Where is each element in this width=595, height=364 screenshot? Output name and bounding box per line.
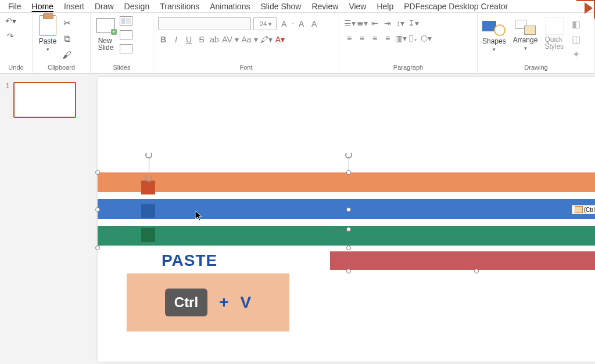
text-direction-button[interactable]: ↧▾ [408, 19, 418, 28]
selection-handle[interactable] [346, 246, 351, 250]
quick-styles-button[interactable]: Quick Styles [544, 17, 564, 50]
new-slide-label: New Slide [98, 37, 114, 51]
ctrl-key-icon: Ctrl [165, 289, 207, 316]
shape-fill-icon[interactable]: ◧ [571, 19, 581, 29]
slide[interactable]: (Ctrl)▾ PASTE Ctrl + V [98, 77, 595, 362]
workspace: 1 [0, 74, 595, 364]
align-center-button[interactable]: ≡ [357, 34, 367, 43]
svg-marker-0 [195, 211, 202, 221]
hint-card: Ctrl + V [127, 273, 289, 331]
shape-effects-icon[interactable]: ✦ [571, 49, 581, 59]
underline-button[interactable]: U [184, 35, 194, 44]
group-label-drawing: Drawing [482, 63, 590, 72]
font-size-select[interactable]: 24▾ [253, 17, 277, 30]
shapes-button[interactable]: Shapes▾ [482, 17, 506, 52]
excel-chip-icon [141, 228, 155, 242]
shape-bar-red[interactable] [330, 251, 595, 270]
redo-button[interactable]: ↷ [5, 30, 16, 42]
rotation-handle-icon[interactable] [145, 152, 152, 158]
clear-formatting-icon[interactable]: A [309, 19, 320, 28]
rotation-handle-icon[interactable] [145, 175, 152, 182]
numbering-button[interactable]: ≣▾ [357, 19, 367, 28]
shape-outline-icon[interactable]: ◫ [571, 34, 581, 44]
group-label-slides: Slides [95, 63, 148, 72]
move-cursor-icon [195, 211, 203, 221]
copy-icon[interactable]: ⧉ [62, 34, 72, 44]
selection-handle[interactable] [95, 207, 100, 212]
cut-icon[interactable]: ✂ [62, 17, 72, 28]
menu-design[interactable]: Design [124, 2, 150, 11]
quick-styles-icon [545, 17, 564, 35]
thumbnail-index: 1 [6, 82, 10, 356]
arrange-button[interactable]: Arrange▾ [513, 17, 538, 51]
decrease-font-icon[interactable]: A [296, 19, 307, 28]
paste-button[interactable]: Paste ▾ [37, 15, 58, 52]
columns-button[interactable]: ▥▾ [395, 34, 406, 43]
selection-handle[interactable] [95, 170, 100, 175]
v-key-icon: V [241, 293, 252, 312]
menu-help[interactable]: Help [377, 2, 393, 11]
strikethrough-button[interactable]: S [196, 35, 207, 44]
word-chip-icon [141, 204, 155, 218]
selection-handle[interactable] [346, 170, 351, 175]
change-case-button[interactable]: Aa [241, 35, 252, 44]
format-painter-icon[interactable]: 🖌 [62, 50, 72, 60]
menu-home[interactable]: Home [32, 2, 53, 11]
arrange-icon [515, 17, 536, 35]
char-spacing-button[interactable]: AV [222, 35, 232, 44]
slide-canvas-area[interactable]: (Ctrl)▾ PASTE Ctrl + V [92, 74, 595, 364]
slide-thumbnail-panel[interactable]: 1 [0, 74, 92, 364]
recording-indicator-icon [576, 0, 595, 19]
menu-bar: File Home Insert Draw Design Transitions… [0, 0, 595, 13]
slide-thumbnail[interactable] [13, 82, 76, 118]
ribbon: ↶▾ ↷ Undo Paste ▾ ✂ ⧉ 🖌 Clipboard New Sl… [0, 13, 595, 74]
clipboard-icon [39, 15, 56, 36]
selection-handle[interactable] [474, 269, 479, 273]
increase-font-icon[interactable]: A [279, 19, 289, 28]
bold-button[interactable]: B [158, 35, 169, 44]
shortcut-hint-overlay: PASTE Ctrl + V [127, 251, 289, 331]
italic-button[interactable]: I [171, 35, 181, 44]
menu-review[interactable]: Review [311, 2, 338, 11]
shape-bar-orange[interactable] [98, 172, 595, 192]
selection-handle[interactable] [346, 227, 351, 232]
group-clipboard: Paste ▾ ✂ ⧉ 🖌 Clipboard [33, 13, 91, 73]
text-shadow-button[interactable]: ab [209, 35, 220, 44]
selection-handle[interactable] [346, 269, 351, 273]
justify-button[interactable]: ≡ [382, 34, 393, 43]
align-left-button[interactable]: ≡ [344, 34, 354, 43]
menu-slide-show[interactable]: Slide Show [260, 2, 301, 11]
undo-button[interactable]: ↶▾ [5, 15, 16, 27]
highlight-button[interactable]: 🖍▾ [260, 35, 273, 44]
group-label-clipboard: Clipboard [37, 63, 85, 72]
line-spacing-button[interactable]: ↕▾ [395, 19, 406, 28]
menu-view[interactable]: View [349, 2, 366, 11]
menu-file[interactable]: File [8, 2, 21, 11]
hint-title: PASTE [162, 251, 289, 270]
layout-button[interactable] [120, 16, 132, 26]
rotation-handle-icon[interactable] [345, 152, 352, 158]
powerpoint-chip-icon [141, 181, 155, 194]
align-text-button[interactable]: ⌷▾ [408, 34, 418, 43]
section-button[interactable] [120, 44, 132, 53]
group-font: 24▾ A^ A A B I U S ab AV▾ Aa▾ 🖍▾ A▾ Font [153, 13, 339, 73]
group-drawing: Shapes▾ Arrange▾ Quick Styles ◧ ◫ ✦ Draw… [478, 13, 595, 73]
font-color-button[interactable]: A▾ [275, 35, 285, 44]
align-right-button[interactable]: ≡ [370, 34, 380, 43]
smartart-button[interactable]: ⬡▾ [421, 34, 431, 43]
group-label-paragraph: Paragraph [344, 63, 472, 72]
menu-animations[interactable]: Animations [210, 2, 250, 11]
indent-less-button[interactable]: ⇤ [370, 19, 380, 28]
paste-options-button[interactable]: (Ctrl)▾ [572, 205, 595, 214]
menu-pdfescape[interactable]: PDFescape Desktop Creator [404, 2, 508, 11]
menu-draw[interactable]: Draw [95, 2, 114, 11]
reset-button[interactable] [120, 30, 132, 39]
menu-transitions[interactable]: Transitions [160, 2, 199, 11]
menu-insert[interactable]: Insert [64, 2, 84, 11]
bullets-button[interactable]: ☰▾ [344, 19, 354, 28]
new-slide-button[interactable]: New Slide [95, 15, 116, 51]
selection-handle[interactable] [346, 207, 351, 212]
indent-more-button[interactable]: ⇥ [382, 19, 393, 28]
font-family-select[interactable] [158, 17, 251, 30]
selection-handle[interactable] [95, 246, 100, 250]
